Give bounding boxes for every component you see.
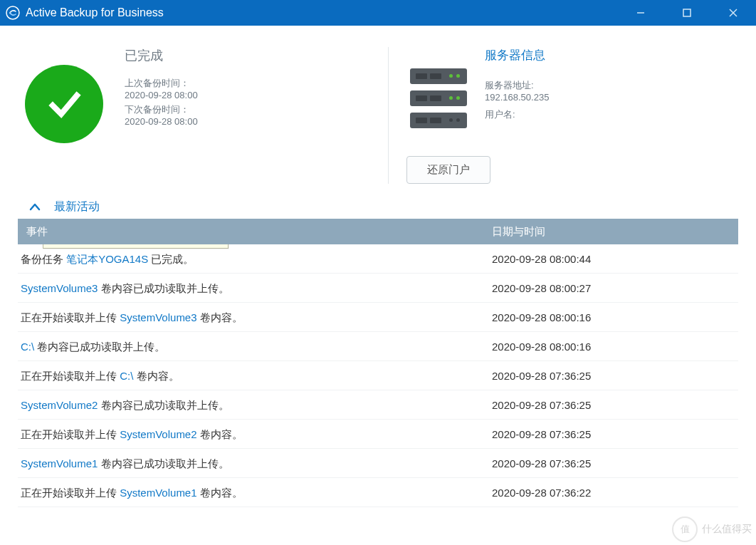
event-cell: 备份任务 笔记本YOGA14S 已完成。 [18, 251, 488, 266]
svg-rect-2 [683, 9, 691, 16]
event-text: 卷内容。 [197, 487, 243, 499]
table-row[interactable]: C:\ 卷内容已成功读取并上传。2020-09-28 08:00:16 [18, 332, 738, 361]
datetime-cell: 2020-09-28 07:36:25 [488, 399, 738, 411]
close-button[interactable] [710, 0, 756, 26]
activity-section-header[interactable]: 最新活动 [0, 191, 756, 219]
event-cell: 正在开始读取并上传 SystemVolume3 卷内容。 [18, 310, 488, 325]
titlebar: Active Backup for Business [0, 0, 756, 26]
table-row[interactable]: 正在开始读取并上传 C:\ 卷内容。2020-09-28 07:36:25 [18, 361, 738, 390]
next-backup-label: 下次备份时间： [125, 103, 198, 116]
event-cell: 正在开始读取并上传 C:\ 卷内容。 [18, 368, 488, 383]
server-rack-icon [410, 68, 467, 135]
datetime-cell: 2020-09-28 08:00:16 [488, 311, 738, 323]
status-block: 已完成 上次备份时间： 2020-09-28 08:00 下次备份时间： 202… [18, 47, 374, 184]
datetime-cell: 2020-09-28 07:36:25 [488, 428, 738, 440]
event-text: 卷内容。 [197, 311, 243, 323]
event-text: 卷内容。 [197, 428, 243, 440]
server-address-label: 服务器地址: [485, 79, 549, 92]
maximize-button[interactable] [663, 0, 710, 26]
col-event-header: 事件 [18, 225, 488, 239]
datetime-cell: 2020-09-28 07:36:25 [488, 370, 738, 382]
event-text: 卷内容已成功读取并上传。 [98, 399, 229, 411]
watermark: 值 什么值得买 [672, 517, 752, 542]
server-address-value: 192.168.50.235 [485, 92, 549, 103]
event-link[interactable]: SystemVolume2 [120, 428, 196, 440]
event-link[interactable]: SystemVolume1 [21, 457, 98, 469]
activity-table: 事件 日期与时间 备份任务 笔记本YOGA14S 已完成。2020-09-28 … [18, 219, 738, 545]
activity-table-header: 事件 日期与时间 [18, 219, 738, 244]
server-info-heading: 服务器信息 [485, 47, 549, 63]
event-cell: SystemVolume1 卷内容已成功读取并上传。 [18, 456, 488, 471]
datetime-cell: 2020-09-28 07:36:22 [488, 487, 738, 499]
event-link[interactable]: SystemVolume2 [21, 399, 98, 411]
status-text: 已完成 上次备份时间： 2020-09-28 08:00 下次备份时间： 202… [125, 47, 198, 127]
next-backup-value: 2020-09-28 08:00 [125, 116, 198, 127]
event-cell: SystemVolume3 卷内容已成功读取并上传。 [18, 281, 488, 296]
window-controls [617, 0, 756, 26]
restore-portal-button[interactable]: 还原门户 [406, 156, 490, 184]
status-heading: 已完成 [125, 47, 198, 64]
event-text: 正在开始读取并上传 [21, 311, 120, 323]
last-backup-label: 上次备份时间： [125, 77, 198, 90]
vertical-divider [388, 47, 389, 184]
event-link[interactable]: C:\ [120, 370, 133, 382]
last-backup-value: 2020-09-28 08:00 [125, 90, 198, 100]
top-panel: 已完成 上次备份时间： 2020-09-28 08:00 下次备份时间： 202… [0, 26, 756, 191]
event-text: 卷内容。 [133, 370, 179, 382]
chevron-up-icon [28, 201, 41, 214]
event-link[interactable]: SystemVolume3 [120, 311, 196, 323]
table-row[interactable]: 备份任务 笔记本YOGA14S 已完成。2020-09-28 08:00:44 [18, 244, 738, 274]
col-datetime-header: 日期与时间 [488, 225, 738, 239]
status-success-icon [25, 65, 103, 143]
event-text: 正在开始读取并上传 [21, 487, 120, 499]
watermark-text: 什么值得买 [702, 523, 752, 536]
event-text: 卷内容已成功读取并上传。 [98, 457, 229, 469]
activity-rows[interactable]: 备份任务 笔记本YOGA14S 已完成。2020-09-28 08:00:44S… [18, 244, 738, 545]
table-row[interactable]: SystemVolume2 卷内容已成功读取并上传。2020-09-28 07:… [18, 390, 738, 420]
event-text: 卷内容已成功读取并上传。 [34, 341, 165, 353]
table-row[interactable]: 正在开始读取并上传 SystemVolume1 卷内容。2020-09-28 0… [18, 478, 738, 507]
event-link[interactable]: C:\ [21, 341, 34, 353]
table-row[interactable]: 正在开始读取并上传 SystemVolume2 卷内容。2020-09-28 0… [18, 420, 738, 449]
datetime-cell: 2020-09-28 08:00:44 [488, 253, 738, 265]
server-block: 服务器信息 服务器地址: 192.168.50.235 用户名: 还原门户 [403, 47, 738, 184]
datetime-cell: 2020-09-28 07:36:25 [488, 457, 738, 469]
event-text: 卷内容已成功读取并上传。 [98, 282, 229, 294]
table-row[interactable]: SystemVolume1 卷内容已成功读取并上传。2020-09-28 07:… [18, 449, 738, 478]
event-cell: 正在开始读取并上传 SystemVolume1 卷内容。 [18, 485, 488, 500]
content-area: 已完成 上次备份时间： 2020-09-28 08:00 下次备份时间： 202… [0, 26, 756, 545]
table-row[interactable]: SystemVolume3 卷内容已成功读取并上传。2020-09-28 08:… [18, 274, 738, 303]
server-user-label: 用户名: [485, 108, 549, 121]
event-text: 正在开始读取并上传 [21, 370, 120, 382]
minimize-button[interactable] [617, 0, 663, 26]
event-cell: 正在开始读取并上传 SystemVolume2 卷内容。 [18, 427, 488, 442]
table-row[interactable]: 正在开始读取并上传 SystemVolume3 卷内容。2020-09-28 0… [18, 303, 738, 332]
window-title: Active Backup for Business [26, 6, 617, 19]
event-link[interactable]: SystemVolume3 [21, 282, 98, 294]
svg-point-0 [6, 6, 19, 19]
event-text: 正在开始读取并上传 [21, 428, 120, 440]
event-link[interactable]: 笔记本YOGA14S [66, 253, 148, 265]
event-cell: C:\ 卷内容已成功读取并上传。 [18, 339, 488, 354]
datetime-cell: 2020-09-28 08:00:16 [488, 341, 738, 353]
event-link[interactable]: SystemVolume1 [120, 487, 196, 499]
watermark-badge: 值 [672, 517, 698, 542]
app-icon [6, 6, 20, 20]
event-text: 已完成。 [148, 253, 194, 265]
activity-section-title: 最新活动 [54, 199, 100, 214]
event-text: 备份任务 [21, 253, 66, 265]
server-info: 服务器信息 服务器地址: 192.168.50.235 用户名: [485, 47, 549, 135]
event-cell: SystemVolume2 卷内容已成功读取并上传。 [18, 398, 488, 412]
datetime-cell: 2020-09-28 08:00:27 [488, 282, 738, 294]
